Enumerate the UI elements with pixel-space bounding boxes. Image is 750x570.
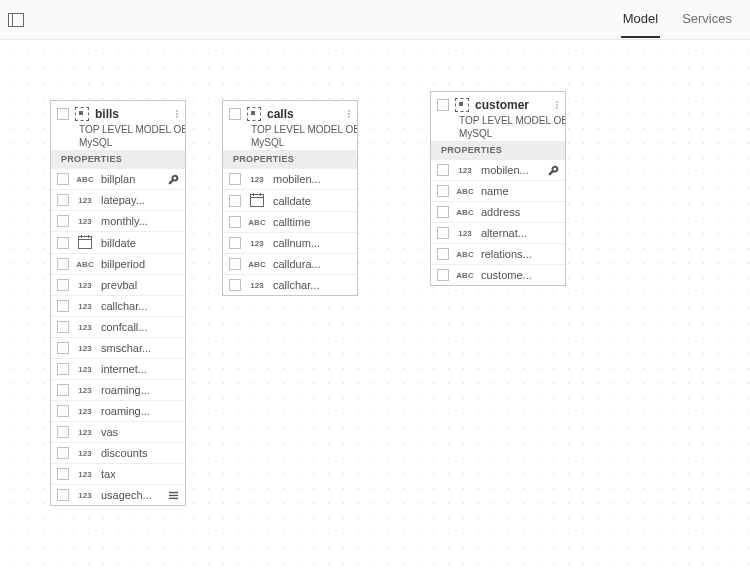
property-checkbox[interactable] xyxy=(437,206,449,218)
more-icon[interactable] xyxy=(175,109,179,119)
property-checkbox[interactable] xyxy=(229,237,241,249)
property-name: callnum... xyxy=(273,237,351,249)
calendar-icon xyxy=(250,194,264,207)
property-row[interactable]: 123vas xyxy=(51,421,185,442)
property-row[interactable]: 123monthly... xyxy=(51,210,185,231)
property-checkbox[interactable] xyxy=(57,384,69,396)
property-name: smschar... xyxy=(101,342,179,354)
property-row[interactable]: 123confcall... xyxy=(51,316,185,337)
property-checkbox[interactable] xyxy=(57,194,69,206)
property-row[interactable]: 123mobilen... xyxy=(431,159,565,180)
property-row[interactable]: 123mobilen... xyxy=(223,168,357,189)
object-icon xyxy=(455,98,469,112)
property-row[interactable]: calldate xyxy=(223,189,357,211)
property-row[interactable]: 123smschar... xyxy=(51,337,185,358)
property-name: mobilen... xyxy=(273,173,351,185)
property-checkbox[interactable] xyxy=(57,173,69,185)
property-row[interactable]: ABCaddress xyxy=(431,201,565,222)
property-checkbox[interactable] xyxy=(437,185,449,197)
key-icon xyxy=(168,174,179,185)
model-card-bills[interactable]: billsTOP LEVEL MODEL OBJECTMySQLPROPERTI… xyxy=(50,100,186,506)
property-row[interactable]: ABCcalltime xyxy=(223,211,357,232)
object-icon xyxy=(247,107,261,121)
property-checkbox[interactable] xyxy=(57,426,69,438)
property-name: alternat... xyxy=(481,227,559,239)
model-canvas[interactable]: billsTOP LEVEL MODEL OBJECTMySQLPROPERTI… xyxy=(0,40,750,570)
card-header: calls xyxy=(223,101,357,124)
type-badge: 123 xyxy=(75,449,95,458)
property-checkbox[interactable] xyxy=(57,363,69,375)
tab-model[interactable]: Model xyxy=(621,1,660,38)
property-checkbox[interactable] xyxy=(57,237,69,249)
property-checkbox[interactable] xyxy=(57,258,69,270)
property-row[interactable]: 123prevbal xyxy=(51,274,185,295)
property-checkbox[interactable] xyxy=(229,195,241,207)
model-card-calls[interactable]: callsTOP LEVEL MODEL OBJECTMySQLPROPERTI… xyxy=(222,100,358,296)
property-row[interactable]: 123roaming... xyxy=(51,379,185,400)
type-badge: 123 xyxy=(75,281,95,290)
property-row[interactable]: 123roaming... xyxy=(51,400,185,421)
card-checkbox[interactable] xyxy=(437,99,449,111)
card-header: customer xyxy=(431,92,565,115)
property-row[interactable]: 123callchar... xyxy=(223,274,357,295)
object-icon xyxy=(75,107,89,121)
property-row[interactable]: 123callnum... xyxy=(223,232,357,253)
property-row[interactable]: ABCbillplan xyxy=(51,168,185,189)
property-checkbox[interactable] xyxy=(57,279,69,291)
property-name: billperiod xyxy=(101,258,179,270)
card-source: MySQL xyxy=(431,128,565,141)
card-subtitle: TOP LEVEL MODEL OBJECT xyxy=(223,124,357,137)
more-icon[interactable] xyxy=(555,100,559,110)
key-icon xyxy=(548,165,559,176)
property-checkbox[interactable] xyxy=(57,342,69,354)
calendar-icon xyxy=(78,236,92,249)
property-row[interactable]: 123internet... xyxy=(51,358,185,379)
card-checkbox[interactable] xyxy=(229,108,241,120)
card-title: bills xyxy=(95,107,169,121)
properties-header: PROPERTIES xyxy=(51,150,185,168)
property-name: roaming... xyxy=(101,384,179,396)
property-row[interactable]: 123latepay... xyxy=(51,189,185,210)
property-checkbox[interactable] xyxy=(437,248,449,260)
property-checkbox[interactable] xyxy=(57,489,69,501)
type-badge: 123 xyxy=(75,386,95,395)
property-row[interactable]: billdate xyxy=(51,231,185,253)
property-row[interactable]: 123tax xyxy=(51,463,185,484)
property-checkbox[interactable] xyxy=(437,227,449,239)
type-badge: 123 xyxy=(75,302,95,311)
property-checkbox[interactable] xyxy=(57,321,69,333)
property-row[interactable]: 123alternat... xyxy=(431,222,565,243)
type-badge: 123 xyxy=(75,470,95,479)
property-checkbox[interactable] xyxy=(57,215,69,227)
property-checkbox[interactable] xyxy=(229,173,241,185)
more-icon[interactable] xyxy=(347,109,351,119)
property-row[interactable]: ABCname xyxy=(431,180,565,201)
property-checkbox[interactable] xyxy=(57,447,69,459)
property-checkbox[interactable] xyxy=(57,468,69,480)
property-checkbox[interactable] xyxy=(57,405,69,417)
property-row[interactable]: ABCbillperiod xyxy=(51,253,185,274)
card-checkbox[interactable] xyxy=(57,108,69,120)
model-card-customer[interactable]: customerTOP LEVEL MODEL OBJECTMySQLPROPE… xyxy=(430,91,566,286)
property-row[interactable]: ABCcustome... xyxy=(431,264,565,285)
property-row[interactable]: 123usagech... xyxy=(51,484,185,505)
type-badge: 123 xyxy=(75,491,95,500)
property-checkbox[interactable] xyxy=(437,269,449,281)
property-checkbox[interactable] xyxy=(229,279,241,291)
property-checkbox[interactable] xyxy=(229,258,241,270)
property-name: name xyxy=(481,185,559,197)
card-title: customer xyxy=(475,98,549,112)
property-checkbox[interactable] xyxy=(437,164,449,176)
property-name: confcall... xyxy=(101,321,179,333)
property-name: internet... xyxy=(101,363,179,375)
tab-services[interactable]: Services xyxy=(680,1,734,38)
property-row[interactable]: ABCcalldura... xyxy=(223,253,357,274)
property-checkbox[interactable] xyxy=(57,300,69,312)
property-row[interactable]: 123discounts xyxy=(51,442,185,463)
panel-toggle-icon[interactable] xyxy=(8,13,24,27)
property-row[interactable]: 123callchar... xyxy=(51,295,185,316)
header-tabs: ModelServices xyxy=(621,1,734,38)
property-checkbox[interactable] xyxy=(229,216,241,228)
property-row[interactable]: ABCrelations... xyxy=(431,243,565,264)
property-name: usagech... xyxy=(101,489,162,501)
